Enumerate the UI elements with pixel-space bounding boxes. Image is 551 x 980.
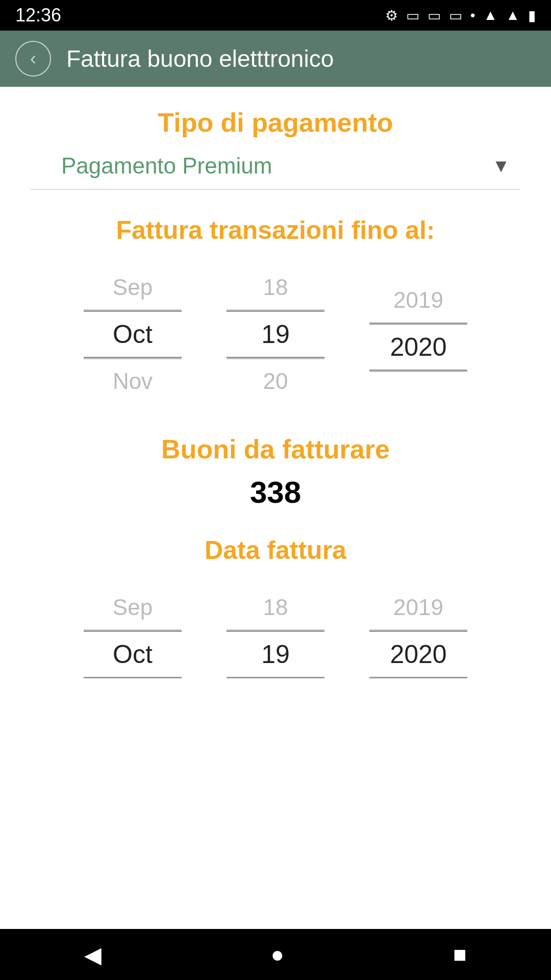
df-month-before: Sep: [71, 585, 194, 629]
df-day-before: 18: [214, 585, 337, 629]
month-selected[interactable]: Oct: [71, 310, 194, 358]
bottom-nav: ◀ ● ■: [0, 929, 551, 980]
day-before: 18: [214, 265, 337, 309]
page-title: Fattura buono eletttronico: [66, 45, 334, 72]
day-after: 20: [214, 359, 337, 403]
main-content: Tipo di pagamento Pagamento Premium ▼ Fa…: [0, 87, 551, 929]
status-bar: 12:36 ⚙ ▭ ▭ ▭ • ▲ ▲ ▮: [0, 0, 551, 31]
year-column[interactable]: 2019 2020: [357, 278, 480, 390]
wifi-icon: ▲: [484, 7, 498, 23]
df-day-selected[interactable]: 19: [214, 630, 337, 678]
df-month-column[interactable]: Sep Oct: [71, 585, 194, 678]
nav-back-button[interactable]: ◀: [69, 937, 117, 973]
status-icons: ⚙ ▭ ▭ ▭ • ▲ ▲ ▮: [385, 7, 536, 24]
month-before: Sep: [71, 265, 194, 309]
dropdown-arrow-icon: ▼: [492, 155, 510, 177]
month-column[interactable]: Sep Oct Nov: [71, 265, 194, 403]
transaction-date-title: Fattura transazioni fino al:: [31, 215, 520, 245]
data-fattura-picker[interactable]: Sep Oct 18 19 2019 2020: [31, 585, 520, 678]
window1-icon: ▭: [406, 7, 419, 24]
window2-icon: ▭: [428, 7, 441, 24]
day-selected[interactable]: 19: [214, 310, 337, 358]
nav-home-button[interactable]: ●: [255, 937, 299, 972]
df-year-column[interactable]: 2019 2020: [357, 585, 480, 678]
dot-icon: •: [470, 7, 475, 23]
buoni-count: 338: [31, 475, 520, 510]
df-year-selected[interactable]: 2020: [357, 630, 480, 678]
data-fattura-section: Data fattura Sep Oct 18 19 2019 2020: [31, 535, 520, 678]
settings-icon: ⚙: [385, 7, 398, 24]
year-after: [357, 372, 480, 390]
data-fattura-title: Data fattura: [31, 535, 520, 565]
signal-icon: ▲: [506, 7, 520, 23]
toolbar: ‹ Fattura buono eletttronico: [0, 31, 551, 87]
back-icon: ‹: [30, 48, 36, 69]
df-year-before: 2019: [357, 585, 480, 629]
df-month-selected[interactable]: Oct: [71, 630, 194, 678]
day-column[interactable]: 18 19 20: [214, 265, 337, 403]
buoni-section: Buoni da fatturare 338: [31, 434, 520, 510]
status-time: 12:36: [15, 5, 61, 26]
window3-icon: ▭: [449, 7, 462, 24]
dropdown-value: Pagamento Premium: [31, 153, 492, 179]
payment-type-title: Tipo di pagamento: [31, 107, 520, 138]
month-after: Nov: [71, 359, 194, 403]
df-day-column[interactable]: 18 19: [214, 585, 337, 678]
battery-icon: ▮: [528, 7, 536, 24]
year-selected[interactable]: 2020: [357, 323, 480, 371]
payment-dropdown[interactable]: Pagamento Premium ▼: [31, 153, 520, 190]
back-button[interactable]: ‹: [15, 41, 51, 77]
buoni-title: Buoni da fatturare: [31, 434, 520, 464]
year-before: 2019: [357, 278, 480, 322]
transaction-date-picker[interactable]: Sep Oct Nov 18 19 20 2019 2020: [31, 265, 520, 403]
nav-recents-button[interactable]: ■: [438, 937, 482, 972]
